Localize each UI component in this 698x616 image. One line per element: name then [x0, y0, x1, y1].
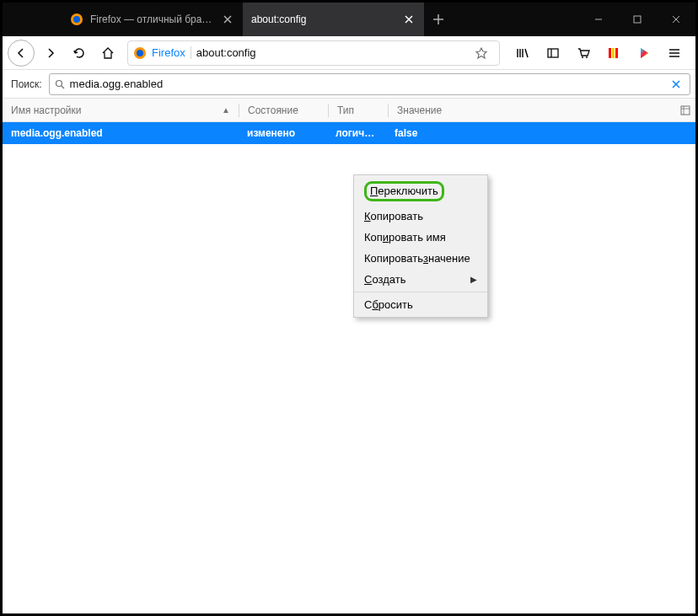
column-picker-icon[interactable] — [675, 105, 695, 115]
menu-item-copy-value[interactable]: Копировать значение — [354, 248, 487, 269]
sidebar-icon[interactable] — [540, 40, 566, 66]
clear-search-button[interactable] — [668, 79, 685, 89]
minimize-button[interactable] — [579, 3, 618, 36]
sort-indicator-icon: ▲ — [222, 105, 230, 115]
nav-toolbar: Firefox about:config — [3, 36, 695, 70]
maximize-button[interactable] — [618, 3, 657, 36]
back-button[interactable] — [8, 40, 35, 67]
cell-type: логичес... — [327, 127, 386, 139]
menu-icon[interactable] — [662, 40, 687, 66]
search-label: Поиск: — [8, 78, 42, 90]
search-input[interactable] — [70, 78, 663, 90]
column-header-value[interactable]: Значение — [389, 99, 675, 121]
svg-point-1 — [73, 16, 80, 23]
svg-rect-10 — [615, 48, 618, 58]
preferences-list: media.ogg.enabled изменено логичес... fa… — [3, 122, 695, 144]
url-bar[interactable]: Firefox about:config — [127, 40, 500, 66]
column-header-name[interactable]: Имя настройки ▲ — [3, 99, 239, 121]
cell-status: изменено — [239, 127, 327, 139]
toolbar-right — [507, 40, 690, 66]
menu-item-copy[interactable]: Копировать — [354, 206, 487, 227]
menu-item-new[interactable]: Создать ▶ — [354, 269, 487, 290]
library-icon[interactable] — [510, 40, 535, 66]
home-button[interactable] — [95, 40, 121, 66]
firefox-icon — [70, 13, 83, 26]
search-box[interactable] — [49, 73, 690, 95]
menu-separator — [354, 292, 487, 292]
close-window-button[interactable] — [657, 3, 695, 36]
config-search-bar: Поиск: — [3, 70, 695, 99]
svg-point-6 — [582, 56, 583, 58]
svg-point-11 — [56, 80, 62, 86]
menu-item-toggle[interactable]: Переключить — [354, 177, 487, 206]
tab-label: about:config — [251, 13, 395, 25]
firefox-icon — [133, 46, 147, 60]
identity-label: Firefox — [152, 46, 191, 59]
tab-about-config[interactable]: about:config — [243, 3, 424, 36]
yandex-icon[interactable] — [601, 40, 626, 66]
svg-rect-8 — [609, 48, 611, 58]
close-icon[interactable] — [402, 13, 416, 26]
cart-icon[interactable] — [571, 40, 596, 66]
svg-rect-9 — [612, 48, 615, 58]
url-text: about:config — [196, 46, 464, 59]
forward-button[interactable] — [38, 40, 63, 66]
new-tab-button[interactable] — [424, 3, 453, 36]
window-controls — [579, 3, 695, 36]
search-icon — [55, 79, 65, 89]
cell-value: false — [386, 127, 695, 139]
svg-rect-5 — [548, 49, 558, 57]
reload-button[interactable] — [67, 40, 92, 66]
svg-rect-2 — [634, 16, 641, 23]
close-icon[interactable] — [221, 13, 234, 26]
context-menu: Переключить Копировать Копировать имя Ко… — [353, 174, 488, 318]
submenu-arrow-icon: ▶ — [470, 275, 477, 284]
tab-label: Firefox — отличный браузер д — [90, 13, 214, 25]
tab-firefox-promo[interactable]: Firefox — отличный браузер д — [62, 3, 243, 36]
titlebar: Firefox — отличный браузер д about:confi… — [3, 3, 695, 36]
play-icon[interactable] — [631, 40, 657, 66]
svg-point-4 — [137, 50, 143, 56]
svg-point-7 — [586, 56, 588, 58]
svg-rect-12 — [681, 106, 690, 115]
column-header-status[interactable]: Состояние — [239, 99, 328, 121]
column-header-type[interactable]: Тип — [329, 99, 388, 121]
menu-item-copy-name[interactable]: Копировать имя — [354, 227, 487, 248]
bookmark-star-icon[interactable] — [469, 40, 494, 66]
menu-item-reset[interactable]: Сбросить — [354, 294, 487, 315]
column-headers: Имя настройки ▲ Состояние Тип Значение — [3, 99, 695, 122]
cell-name: media.ogg.enabled — [3, 127, 239, 139]
table-row[interactable]: media.ogg.enabled изменено логичес... fa… — [3, 122, 695, 144]
tab-strip: Firefox — отличный браузер д about:confi… — [3, 3, 579, 36]
